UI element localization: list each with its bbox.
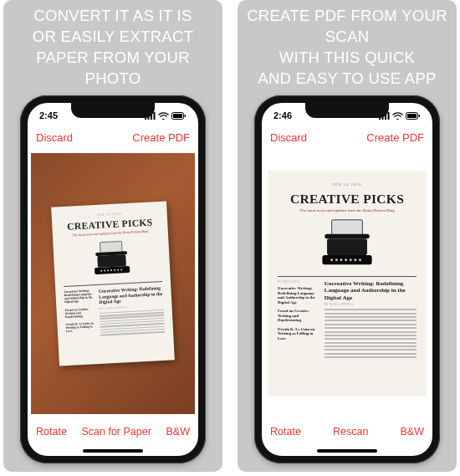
svg-rect-26 bbox=[325, 234, 370, 239]
nav-bar: Discard Create PDF bbox=[262, 125, 432, 150]
promo-card-2: CREATE PDF FROM YOUR SCAN WITH THIS QUIC… bbox=[238, 0, 457, 472]
doc-sidebar: Uncreative Writing: Redefining Language … bbox=[64, 289, 97, 357]
scanned-paper: FEB 14 2018 CREATIVE PICKS The latest ne… bbox=[51, 202, 175, 366]
notch bbox=[305, 103, 389, 118]
bw-button[interactable]: B&W bbox=[401, 426, 424, 438]
phone-frame: 2:45 Discard Create PDF FEB 14 2018 CREA… bbox=[20, 95, 206, 463]
svg-point-35 bbox=[359, 258, 361, 261]
home-indicator bbox=[262, 446, 432, 456]
svg-rect-6 bbox=[185, 115, 187, 117]
promo-text: CONVERT IT AS IT IS OR EASILY EXTRACT PA… bbox=[12, 15, 214, 80]
extracted-paper: FEB 14 2018 CREATIVE PICKS The latest ne… bbox=[268, 171, 427, 397]
notch bbox=[71, 103, 155, 118]
svg-rect-3 bbox=[154, 112, 156, 120]
doc-byline: BY MARIA POPOVA bbox=[325, 303, 417, 306]
scan-preview: FEB 14 2018 CREATIVE PICKS The latest ne… bbox=[28, 150, 198, 417]
svg-rect-21 bbox=[388, 112, 390, 120]
home-indicator bbox=[28, 446, 198, 456]
svg-rect-27 bbox=[327, 238, 367, 255]
wifi-icon bbox=[158, 112, 169, 120]
promo-text: CREATE PDF FROM YOUR SCAN WITH THIS QUIC… bbox=[246, 15, 448, 80]
status-time: 2:46 bbox=[273, 110, 292, 120]
toolbar: Rotate Scan for Paper B&W bbox=[28, 417, 198, 446]
doc-article: Uncreative Writing: Redefining Language … bbox=[99, 285, 166, 356]
svg-point-32 bbox=[345, 258, 347, 261]
doc-subtitle: The latest news and updates from the Bra… bbox=[278, 208, 417, 212]
scan-for-paper-button[interactable]: Scan for Paper bbox=[81, 426, 151, 438]
wood-background: FEB 14 2018 CREATIVE PICKS The latest ne… bbox=[31, 153, 195, 414]
doc-headline: Uncreative Writing: Redefining Language … bbox=[99, 285, 164, 305]
sidebar-label: IN THIS ISSUE bbox=[278, 280, 319, 284]
svg-point-30 bbox=[335, 258, 338, 261]
svg-point-33 bbox=[350, 258, 352, 261]
svg-rect-5 bbox=[173, 114, 182, 118]
discard-button[interactable]: Discard bbox=[270, 131, 307, 144]
scan-preview: FEB 14 2018 CREATIVE PICKS The latest ne… bbox=[262, 150, 432, 417]
doc-headline: Uncreative Writing: Redefining Language … bbox=[325, 280, 417, 301]
typewriter-image bbox=[86, 239, 136, 279]
svg-point-31 bbox=[340, 258, 343, 261]
doc-sidebar: IN THIS ISSUE Uncreative Writing: Redefi… bbox=[278, 280, 319, 385]
svg-point-29 bbox=[330, 258, 333, 261]
rescan-button[interactable]: Rescan bbox=[333, 426, 368, 438]
bw-button[interactable]: B&W bbox=[166, 426, 190, 438]
status-time: 2:45 bbox=[39, 110, 58, 120]
battery-icon bbox=[406, 112, 421, 120]
svg-point-34 bbox=[354, 258, 356, 261]
wifi-icon bbox=[392, 112, 403, 120]
phone-screen: 2:45 Discard Create PDF FEB 14 2018 CREA… bbox=[28, 103, 198, 456]
phone-screen: 2:46 Discard Create PDF FEB 14 2018 CREA… bbox=[262, 103, 432, 456]
create-pdf-button[interactable]: Create PDF bbox=[132, 131, 190, 144]
typewriter-image bbox=[313, 218, 381, 269]
doc-title: CREATIVE PICKS bbox=[278, 192, 417, 207]
svg-rect-9 bbox=[97, 254, 126, 268]
doc-date: FEB 14 2018 bbox=[278, 182, 417, 187]
toolbar: Rotate Rescan B&W bbox=[262, 417, 432, 446]
nav-bar: Discard Create PDF bbox=[28, 125, 198, 150]
discard-button[interactable]: Discard bbox=[36, 131, 73, 144]
doc-article: Uncreative Writing: Redefining Language … bbox=[325, 280, 417, 385]
phone-frame: 2:46 Discard Create PDF FEB 14 2018 CREA… bbox=[254, 95, 440, 463]
svg-rect-25 bbox=[332, 220, 363, 237]
svg-rect-23 bbox=[407, 114, 417, 118]
promo-card-1: CONVERT IT AS IT IS OR EASILY EXTRACT PA… bbox=[3, 0, 222, 472]
svg-rect-24 bbox=[419, 115, 421, 117]
rotate-button[interactable]: Rotate bbox=[36, 426, 67, 438]
create-pdf-button[interactable]: Create PDF bbox=[366, 131, 424, 144]
battery-icon bbox=[171, 112, 187, 120]
rotate-button[interactable]: Rotate bbox=[270, 426, 301, 438]
